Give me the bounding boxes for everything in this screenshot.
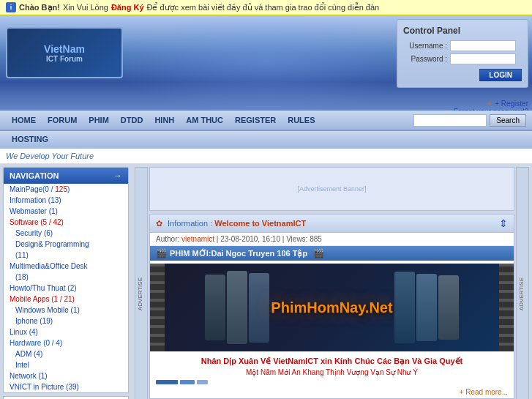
register-link-cp[interactable]: + + Register <box>446 100 528 108</box>
banner-ad: [Advertisement Banner] <box>149 167 514 211</box>
fold-icon[interactable]: ⇕ <box>499 217 508 229</box>
content-with-ads: ADVERTISE [Advertisement Banner] ✿ Infor… <box>135 167 529 399</box>
logo: VietNam ICT Forum <box>6 27 123 78</box>
info-category: Information <box>168 219 208 228</box>
nav-information[interactable]: Information (13) <box>4 195 128 206</box>
nav-linux[interactable]: Linux (4) <box>4 327 128 338</box>
nav-software[interactable]: Software (5 / 42) <box>4 217 128 228</box>
nav-bar: HOME FORUM PHIM DTDD HINH AM THUC REGIST… <box>0 111 532 131</box>
nav-adm[interactable]: ADM (4) <box>4 348 128 359</box>
movie-banner-img: PhimHomNay.Net <box>150 264 514 351</box>
nav-hosting[interactable]: HOSTING <box>6 133 54 146</box>
nav-dtdd[interactable]: DTDD <box>115 113 149 127</box>
sidebar: NAVIGATION → MainPage(0 / 125) Informati… <box>0 164 132 399</box>
info-section-icon: ✿ <box>156 219 162 228</box>
nav-webmaster[interactable]: Webmaster (1) <box>4 206 128 217</box>
content-area: ADVERTISE [Advertisement Banner] ✿ Infor… <box>132 164 532 399</box>
info-header-left: ✿ Information : Welcome to VietnamICT <box>156 219 306 228</box>
post-date: 23-08-2010, 16:10 <box>220 235 280 243</box>
nav-intel[interactable]: Intel <box>4 359 128 370</box>
nav-iphone[interactable]: Iphone (19) <box>4 316 128 327</box>
banner-placeholder: [Advertisement Banner] <box>297 185 366 193</box>
nav-rules[interactable]: RULES <box>282 113 321 127</box>
header: VietNam ICT Forum Control Panel Username… <box>0 15 532 111</box>
film-icon-left: 🎬 <box>156 248 167 258</box>
nav-hinh[interactable]: HINH <box>149 113 180 127</box>
read-more: + Read more... <box>150 386 514 398</box>
main-layout: NAVIGATION → MainPage(0 / 125) Informati… <box>0 164 532 399</box>
nav-header: NAVIGATION → <box>4 168 128 184</box>
greeting-text: Chào Bạn! <box>19 3 60 12</box>
notification-bar: i Chào Bạn! Xin Vui Lòng Đăng Ký Để được… <box>0 0 532 15</box>
info-section: ✿ Information : Welcome to VietnamICT ⇕ … <box>149 214 514 399</box>
info-section-header: ✿ Information : Welcome to VietnamICT ⇕ <box>150 215 514 233</box>
logo-text: VietNam ICT Forum <box>44 43 85 63</box>
author-label: Author: <box>156 235 179 243</box>
nav-phim[interactable]: PHIM <box>83 113 115 127</box>
register-link-top[interactable]: Đăng Ký <box>111 3 144 12</box>
cp-links: + + Register + Forgot your password? <box>446 100 528 111</box>
movie-banner: PhimHomNay.Net <box>150 264 514 351</box>
nav-arrow-icon: → <box>113 171 122 181</box>
info-section-title: Welcome to VietnamICT <box>214 219 306 228</box>
center-content: [Advertisement Banner] ✿ Information : W… <box>149 167 514 399</box>
nav-mobileapps[interactable]: Mobile Apps (1 / 21) <box>4 294 128 305</box>
control-panel: Control Panel Username : Password : LOGI… <box>397 19 528 88</box>
nav-multimedia[interactable]: Multimedia&Office Desk <box>4 261 128 272</box>
nav-bar-row2: HOSTING <box>0 131 532 149</box>
nav-forum[interactable]: FORUM <box>42 113 83 127</box>
left-ad-label: ADVERTISE <box>137 277 143 310</box>
movie-bar-title: PHIM MỚI:Dai Ngoc Truyen 106 Tập <box>170 249 307 258</box>
search-area: Search <box>413 114 526 127</box>
notification-suffix: Để được xem bài viết đầy đủ và tham gia … <box>147 3 380 12</box>
movie-site-name: PhimHomNay.Net <box>271 299 392 316</box>
login-button[interactable]: LOGIN <box>479 69 522 81</box>
password-row: Password : <box>403 53 522 64</box>
views-count: 885 <box>310 235 322 243</box>
forgot-password-link[interactable]: + Forgot your password? <box>446 108 528 111</box>
notification-body: Xin Vui Lòng <box>63 3 108 12</box>
right-ad-label: ADVERTISE <box>518 277 525 310</box>
slogan-row: We Develop Your Future <box>0 149 532 164</box>
nav-vnict-picture[interactable]: VNICT in Picture (39) <box>4 381 128 392</box>
nav-home[interactable]: HOME <box>6 113 42 127</box>
views-label: Views: <box>286 235 307 243</box>
left-ad[interactable]: ADVERTISE <box>135 167 148 399</box>
cp-form: Username : Password : LOGIN <box>403 40 522 81</box>
sidebar-bottom: F FeedBack R RSS S SiteMap Script Gen:0.… <box>3 396 129 399</box>
password-input[interactable] <box>450 53 516 64</box>
movie-progress <box>150 379 514 386</box>
search-button[interactable]: Search <box>490 114 526 127</box>
username-input[interactable] <box>450 40 516 51</box>
right-ad[interactable]: ADVERTISE <box>516 167 529 399</box>
movie-subtitle: Một Năm Mới An Khang Thịnh Vượng Vạn Sự … <box>150 368 514 379</box>
film-strip-right <box>499 264 514 351</box>
read-more-link[interactable]: + Read more... <box>460 388 508 396</box>
nav-title: NAVIGATION <box>10 171 59 180</box>
author-link[interactable]: vietnamict <box>181 235 214 243</box>
movie-title-bar: 🎬 PHIM MỚI:Dai Ngoc Truyen 106 Tập 🎬 <box>150 246 514 261</box>
info-icon: i <box>6 2 16 12</box>
nav-security[interactable]: Security (6) <box>4 228 128 239</box>
slogan-text: We Develop Your Future <box>6 152 94 160</box>
username-row: Username : <box>403 40 522 51</box>
nav-block: NAVIGATION → MainPage(0 / 125) Informati… <box>3 167 129 393</box>
search-input[interactable] <box>413 114 487 127</box>
info-section-meta: Author: vietnamict | 23-08-2010, 16:10 |… <box>150 233 514 246</box>
nav-howto[interactable]: Howto/Thu Thuat (2) <box>4 283 128 294</box>
nav-mainpage[interactable]: MainPage(0 / 125) <box>4 184 128 195</box>
nav-hardware[interactable]: Hardware (0 / 4) <box>4 338 128 348</box>
nav-design-prog[interactable]: Design& Programming <box>4 239 128 250</box>
nav-winmobile[interactable]: Windows Mobile (1) <box>4 305 128 316</box>
nav-multimedia-count[interactable]: (18) <box>4 272 128 283</box>
password-label: Password : <box>403 55 447 63</box>
nav-design-count[interactable]: (11) <box>4 250 128 261</box>
control-panel-title: Control Panel <box>403 26 522 36</box>
nav-amthuc[interactable]: AM THUC <box>180 113 229 127</box>
nav-network[interactable]: Network (1) <box>4 370 128 381</box>
nav-register[interactable]: REGISTER <box>229 113 282 127</box>
film-strip-left <box>150 264 165 351</box>
movie-people: PhimHomNay.Net <box>187 271 476 344</box>
username-label: Username : <box>403 42 447 50</box>
film-icon-right: 🎬 <box>313 248 324 258</box>
